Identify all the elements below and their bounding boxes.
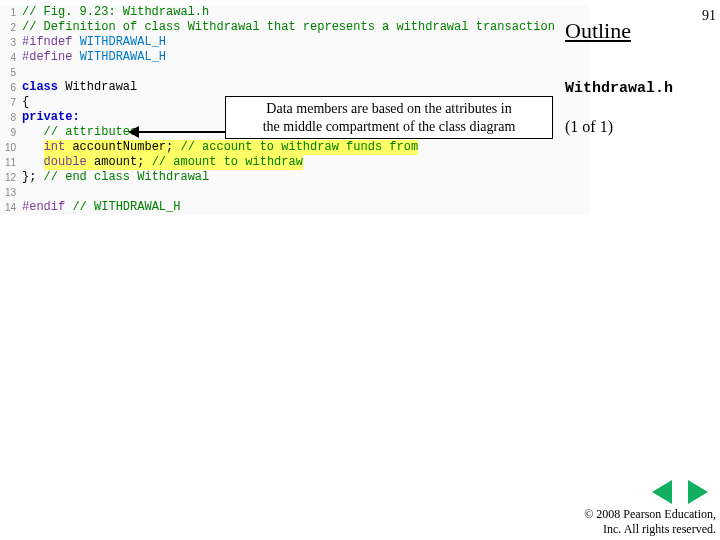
line-number: 13 [0, 185, 22, 200]
line-number: 1 [0, 5, 22, 20]
line-number: 14 [0, 200, 22, 215]
callout-arrow-line [137, 131, 225, 133]
code-text-highlight: accountNumber; [72, 140, 173, 155]
code-text-highlight: double [44, 155, 87, 170]
code-text: WITHDRAWAL_H [80, 35, 166, 50]
file-name: Withdrawal.h [565, 80, 673, 97]
code-text: #define [22, 50, 72, 65]
next-slide-button[interactable] [688, 480, 708, 504]
code-text: private: [22, 110, 80, 125]
callout-arrow-head-icon [128, 126, 139, 138]
code-text: // Definition of class Withdrawal that r… [22, 20, 555, 35]
code-text: #ifndef [22, 35, 72, 50]
line-number: 11 [0, 155, 22, 170]
line-number: 4 [0, 50, 22, 65]
line-number: 12 [0, 170, 22, 185]
code-text: // attributes [22, 125, 137, 140]
code-text-highlight: amount; [94, 155, 144, 170]
slide-number: 91 [702, 8, 716, 24]
line-number: 5 [0, 65, 22, 80]
line-number: 10 [0, 140, 22, 155]
line-number: 6 [0, 80, 22, 95]
line-number: 2 [0, 20, 22, 35]
callout-box: Data members are based on the attributes… [225, 96, 553, 139]
code-text: Withdrawal [65, 80, 137, 95]
copyright-line: Inc. All rights reserved. [584, 522, 716, 536]
slide-heading: Outline [565, 18, 631, 44]
page-indicator: (1 of 1) [565, 118, 613, 136]
code-text-highlight: int [44, 140, 66, 155]
callout-text: Data members are based on the attributes… [232, 100, 546, 118]
line-number: 7 [0, 95, 22, 110]
prev-slide-button[interactable] [652, 480, 672, 504]
code-text: WITHDRAWAL_H [80, 50, 166, 65]
code-text-highlight: // account to withdraw funds from [180, 140, 418, 155]
code-text: // Fig. 9.23: Withdrawal.h [22, 5, 209, 20]
copyright-line: © 2008 Pearson Education, [584, 507, 716, 521]
code-text: // WITHDRAWAL_H [72, 200, 180, 215]
line-number: 3 [0, 35, 22, 50]
code-text: { [22, 95, 29, 110]
nav-controls [652, 480, 708, 504]
code-text: class [22, 80, 58, 95]
line-number: 8 [0, 110, 22, 125]
copyright: © 2008 Pearson Education, Inc. All right… [584, 507, 716, 536]
callout-text: the middle compartment of the class diag… [232, 118, 546, 136]
code-text-highlight: // amount to withdraw [152, 155, 303, 170]
code-text: #endif [22, 200, 65, 215]
line-number: 9 [0, 125, 22, 140]
code-text: // end class Withdrawal [44, 170, 210, 185]
code-text: }; [22, 170, 36, 185]
